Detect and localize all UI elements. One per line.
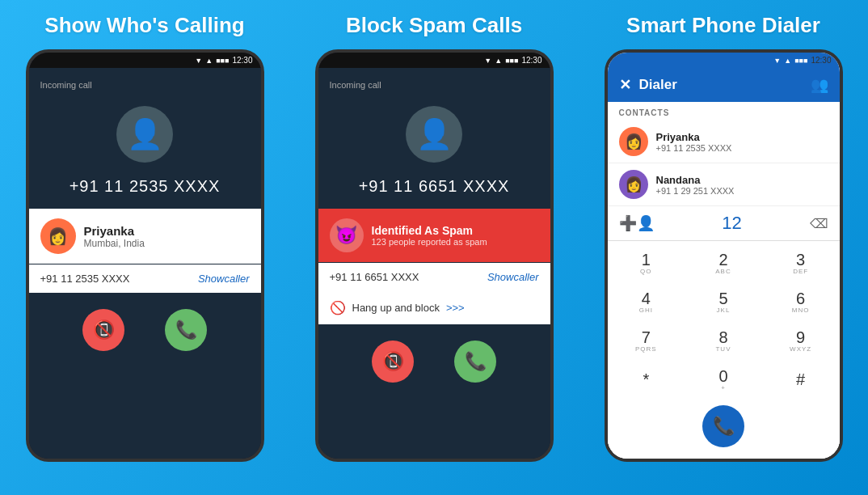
spam-subtitle: 123 people reported as spam xyxy=(372,237,487,247)
spam-icon: 😈 xyxy=(330,218,364,252)
dial-key-#[interactable]: # xyxy=(762,360,840,399)
status-time-2: 12:30 xyxy=(521,56,541,65)
caller-number-text-1: +91 11 2535 XXXX xyxy=(40,273,130,285)
call-buttons-1: 📵 📞 xyxy=(82,293,207,367)
contact-name-priyanka: Priyanka xyxy=(656,131,732,143)
accept-button-1[interactable]: 📞 xyxy=(165,309,207,351)
section-title-3: Smart Phone Dialer xyxy=(626,13,820,38)
contacts-icon[interactable]: 👥 xyxy=(811,76,828,94)
caller-card-1: 👩 Priyanka Mumbai, India xyxy=(29,209,261,264)
caller-avatar-circle-2: 👤 xyxy=(406,106,462,163)
decline-button-1[interactable]: 📵 xyxy=(82,309,124,351)
close-dialer-button[interactable]: ✕ xyxy=(619,76,631,94)
caller-number-row-2: +91 11 6651 XXXX Showcaller xyxy=(318,263,550,291)
dialer-input-row: ➕👤 12 ⌫ xyxy=(608,206,840,241)
avatar-person-icon-1: 👤 xyxy=(127,117,163,151)
dial-key-7[interactable]: 7PQRS xyxy=(608,322,685,361)
caller-location-1: Mumbai, India xyxy=(84,238,250,249)
dial-key-1[interactable]: 1QO xyxy=(608,244,685,283)
contact-row-nandana[interactable]: 👩 Nandana +91 1 29 251 XXXX xyxy=(608,163,840,206)
hangup-text: Hang up and block xyxy=(352,302,440,314)
dialer-title: Dialer xyxy=(639,77,803,93)
spam-info: Identified As Spam 123 people reported a… xyxy=(372,224,487,247)
backspace-icon[interactable]: ⌫ xyxy=(810,216,828,231)
accept-button-2[interactable]: 📞 xyxy=(454,341,496,383)
contact-num-nandana: +91 1 29 251 XXXX xyxy=(656,186,735,196)
hangup-row[interactable]: 🚫 Hang up and block >>> xyxy=(318,291,550,324)
section-title-2: Block Spam Calls xyxy=(346,13,522,38)
decline-button-2[interactable]: 📵 xyxy=(372,341,414,383)
section-title-1: Show Who's Calling xyxy=(44,13,244,38)
phone-mockup-1: ▼ ▲ ■■■ 12:30 Incoming call 👤 +91 11 253… xyxy=(26,49,264,462)
dial-call-button[interactable]: 📞 xyxy=(702,405,744,447)
contact-info-priyanka: Priyanka +91 11 2535 XXXX xyxy=(656,131,732,153)
dial-key-9[interactable]: 9WXYZ xyxy=(762,322,840,361)
contact-num-priyanka: +91 11 2535 XXXX xyxy=(656,143,732,153)
contact-avatar-nandana: 👩 xyxy=(619,170,648,199)
contact-avatar-priyanka: 👩 xyxy=(619,127,648,156)
call-screen-2: Incoming call 👤 +91 11 6651 XXXX 😈 Ident… xyxy=(318,68,550,459)
contact-info-nandana: Nandana +91 1 29 251 XXXX xyxy=(656,174,735,196)
showcaller-link-1[interactable]: Showcaller xyxy=(198,273,250,285)
dial-key-4[interactable]: 4GHI xyxy=(608,283,685,322)
hangup-arrow: >>> xyxy=(446,302,465,314)
status-time-3: 12:30 xyxy=(811,56,831,65)
showcaller-link-2[interactable]: Showcaller xyxy=(487,271,539,283)
incoming-label-1: Incoming call xyxy=(29,80,92,90)
dialer-input-value[interactable]: 12 xyxy=(661,213,803,234)
call-screen-1: Incoming call 👤 +91 11 2535 XXXX 👩 Priya… xyxy=(29,68,261,459)
caller-number-row-1: +91 11 2535 XXXX Showcaller xyxy=(29,264,261,293)
block-icon: 🚫 xyxy=(330,300,346,315)
section-block-spam: Block Spam Calls ▼ ▲ ■■■ 12:30 Incoming … xyxy=(301,13,567,482)
phone-mockup-3: ▼ ▲ ■■■ 12:30 ✕ Dialer 👥 CONTACTS 👩 Priy… xyxy=(605,49,843,462)
caller-name-1: Priyanka xyxy=(84,224,250,238)
incoming-label-2: Incoming call xyxy=(318,80,381,90)
section-show-calling: Show Who's Calling ▼ ▲ ■■■ 12:30 Incomin… xyxy=(11,13,278,482)
dial-key-2[interactable]: 2ABC xyxy=(685,244,762,283)
status-bar-1: ▼ ▲ ■■■ 12:30 xyxy=(29,53,261,68)
avatar-person-icon-2: 👤 xyxy=(416,117,453,151)
add-contact-icon[interactable]: ➕👤 xyxy=(619,214,655,232)
spam-card: 😈 Identified As Spam 123 people reported… xyxy=(318,209,550,262)
caller-number-text-2: +91 11 6651 XXXX xyxy=(330,271,419,283)
dial-key-6[interactable]: 6MNO xyxy=(762,283,840,322)
contact-row-priyanka[interactable]: 👩 Priyanka +91 11 2535 XXXX xyxy=(608,121,840,163)
caller-avatar-circle-1: 👤 xyxy=(116,106,173,163)
dial-key-5[interactable]: 5JKL xyxy=(685,283,762,322)
phone-mockup-2: ▼ ▲ ■■■ 12:30 Incoming call 👤 +91 11 665… xyxy=(315,49,554,462)
contacts-section-label: CONTACTS xyxy=(608,102,840,121)
phone-number-1: +91 11 2535 XXXX xyxy=(70,177,221,196)
status-bar-3: ▼ ▲ ■■■ 12:30 xyxy=(608,53,840,68)
section-smart-dialer: Smart Phone Dialer ▼ ▲ ■■■ 12:30 ✕ Diale… xyxy=(590,13,857,482)
status-time-1: 12:30 xyxy=(232,56,252,65)
phone-number-2: +91 11 6651 XXXX xyxy=(359,177,510,196)
caller-photo-1: 👩 xyxy=(40,218,76,254)
dial-key-0[interactable]: 0+ xyxy=(685,360,762,399)
dialpad: 1QO2ABC3DEF4GHI5JKL6MNO7PQRS8TUV9WXYZ*0+… xyxy=(608,241,840,402)
call-buttons-2: 📵 📞 xyxy=(372,324,496,399)
status-bar-2: ▼ ▲ ■■■ 12:30 xyxy=(318,53,550,68)
dial-key-3[interactable]: 3DEF xyxy=(762,244,840,283)
dialer-header: ✕ Dialer 👥 xyxy=(608,68,840,102)
contact-name-nandana: Nandana xyxy=(656,174,735,186)
dial-key-*[interactable]: * xyxy=(608,360,685,399)
dial-key-8[interactable]: 8TUV xyxy=(685,322,762,361)
caller-info-1: Priyanka Mumbai, India xyxy=(84,224,250,249)
dialer-screen: ✕ Dialer 👥 CONTACTS 👩 Priyanka +91 11 25… xyxy=(608,68,840,459)
spam-title: Identified As Spam xyxy=(372,224,487,237)
